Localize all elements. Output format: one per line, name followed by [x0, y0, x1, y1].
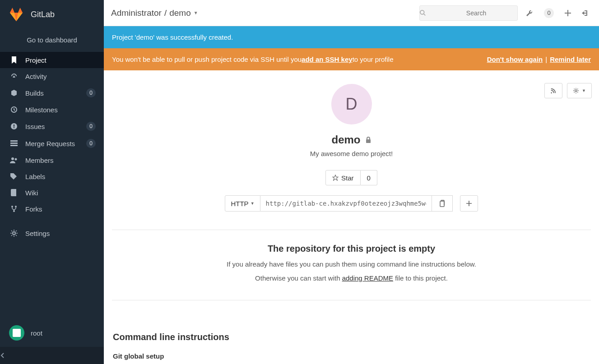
sidebar-item-issues[interactable]: Issues 0 — [0, 118, 104, 135]
go-to-dashboard-link[interactable]: Go to dashboard — [0, 29, 104, 52]
remind-later-link[interactable]: Remind later — [550, 55, 591, 63]
bookmark-icon — [10, 56, 18, 64]
main-content: Administrator / demo ▼ 0 Project 'demo' … — [104, 0, 599, 364]
nav-label: Members — [25, 157, 96, 164]
adding-readme-link[interactable]: adding README — [342, 274, 393, 282]
star-row: Star 0 — [112, 170, 591, 185]
nav-label: Wiki — [25, 189, 96, 197]
nav-label: Labels — [25, 173, 96, 180]
tags-icon — [10, 172, 18, 180]
svg-point-22 — [575, 90, 577, 92]
current-user-link[interactable]: root — [0, 319, 104, 347]
success-banner: Project 'demo' was successfully created. — [104, 26, 599, 48]
clone-row: HTTP ▼ — [112, 195, 591, 212]
collapse-sidebar-button[interactable] — [0, 347, 104, 364]
nav-label: Milestones — [25, 106, 96, 114]
star-button[interactable]: Star — [325, 170, 361, 185]
project-settings-button[interactable]: ▼ — [567, 83, 592, 98]
nav-label: Issues — [25, 123, 79, 130]
dont-show-again-link[interactable]: Don't show again — [487, 55, 543, 63]
empty-title: The repository for this project is empty — [120, 244, 583, 254]
project-title: demo — [112, 134, 591, 146]
users-icon — [10, 156, 18, 164]
svg-point-17 — [11, 206, 13, 207]
builds-count-badge: 0 — [86, 88, 96, 97]
svg-point-16 — [15, 158, 17, 161]
cli-title: Command line instructions — [113, 332, 590, 342]
ssh-warning-banner: You won't be able to pull or push projec… — [104, 48, 599, 70]
cogs-icon — [10, 229, 18, 237]
sidebar-item-wiki[interactable]: Wiki — [0, 184, 104, 201]
nav-label: Settings — [25, 230, 96, 237]
gitlab-logo-icon[interactable] — [8, 6, 24, 23]
breadcrumb-project: demo — [169, 8, 191, 18]
svg-point-21 — [420, 10, 424, 14]
breadcrumb-owner: Administrator — [111, 8, 162, 18]
search-input[interactable] — [435, 9, 517, 17]
cube-icon — [10, 89, 18, 97]
svg-point-15 — [11, 157, 14, 160]
sidebar-item-merge-requests[interactable]: Merge Requests 0 — [0, 135, 104, 152]
sidebar-item-builds[interactable]: Builds 0 — [0, 84, 104, 101]
chevron-down-icon: ▼ — [251, 201, 255, 206]
sidebar-footer: root — [0, 319, 104, 364]
admin-wrench-icon[interactable] — [523, 9, 536, 17]
topbar: Administrator / demo ▼ 0 — [104, 0, 599, 26]
project-description: My awesome demo project! — [112, 150, 591, 157]
empty-line-1: If you already have files you can push t… — [120, 260, 583, 268]
star-count: 0 — [361, 170, 377, 185]
breadcrumb[interactable]: Administrator / demo ▼ — [111, 8, 198, 18]
add-ssh-key-link[interactable]: add an SSH key — [302, 55, 353, 63]
sign-out-icon[interactable] — [579, 9, 592, 17]
nav-label: Activity — [25, 73, 96, 80]
nav-label: Forks — [25, 205, 96, 213]
tasks-icon — [10, 139, 18, 147]
book-icon — [10, 189, 18, 197]
sidebar-item-milestones[interactable]: Milestones — [0, 101, 104, 118]
sidebar-item-labels[interactable]: Labels — [0, 168, 104, 184]
add-button[interactable] — [460, 195, 478, 212]
copy-url-button[interactable] — [432, 195, 453, 212]
sidebar-item-settings[interactable]: Settings — [0, 225, 104, 241]
nav-label: Project — [25, 56, 96, 64]
sidebar-item-activity[interactable]: Activity — [0, 68, 104, 84]
sidebar-header: GitLab — [0, 0, 104, 29]
divider — [112, 230, 591, 230]
todos-button[interactable]: 0 — [541, 8, 557, 18]
empty-repo-block: The repository for this project is empty… — [112, 244, 591, 282]
project-actions: ▼ — [544, 83, 592, 98]
sidebar: GitLab Go to dashboard Project Activity … — [0, 0, 104, 364]
svg-point-19 — [13, 210, 15, 212]
svg-rect-23 — [366, 139, 371, 143]
rss-button[interactable] — [544, 83, 562, 98]
cli-instructions: Command line instructions Git global set… — [104, 318, 599, 364]
svg-point-20 — [13, 232, 15, 235]
svg-rect-10 — [14, 124, 14, 127]
search-box[interactable] — [419, 5, 518, 21]
sidebar-item-project[interactable]: Project — [0, 52, 104, 68]
mr-count-badge: 0 — [86, 139, 96, 148]
sidebar-item-members[interactable]: Members — [0, 152, 104, 168]
sidebar-item-forks[interactable]: Forks — [0, 201, 104, 217]
fork-icon — [10, 205, 18, 213]
project-avatar: D — [331, 84, 372, 124]
new-item-plus-icon[interactable] — [562, 10, 574, 16]
svg-rect-14 — [10, 145, 18, 146]
empty-line-2: Otherwise you can start with adding READ… — [120, 274, 583, 282]
dashboard-icon — [10, 72, 18, 80]
project-header: ▼ D demo My awesome demo project! Star 0… — [104, 70, 599, 318]
user-avatar-icon — [9, 325, 24, 341]
chevron-down-icon: ▼ — [582, 88, 586, 93]
warning-icon — [10, 122, 18, 130]
cli-section-title: Git global setup — [113, 352, 590, 360]
nav-label: Merge Requests — [25, 140, 79, 147]
svg-point-18 — [15, 206, 17, 207]
clone-url-input[interactable] — [260, 195, 432, 212]
chevron-down-icon: ▼ — [194, 10, 198, 15]
clone-protocol-dropdown[interactable]: HTTP ▼ — [225, 195, 260, 212]
divider — [112, 300, 591, 300]
search-icon — [420, 10, 435, 16]
issues-count-badge: 0 — [86, 122, 96, 131]
todos-count: 0 — [544, 8, 554, 18]
svg-rect-13 — [10, 143, 18, 144]
